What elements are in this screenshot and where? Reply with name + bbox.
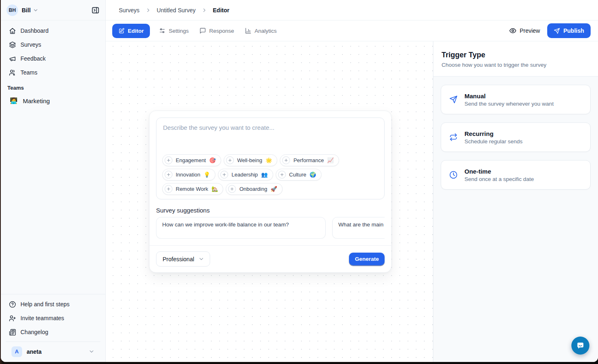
topic-chip-engagement[interactable]: Engagement 🎯 [162, 154, 221, 166]
user-name: aneta [27, 348, 42, 355]
panel-title: Trigger Type [442, 51, 590, 59]
tab-response[interactable]: Response [199, 27, 234, 34]
sidebar-item-help[interactable]: Help and first steps [6, 297, 100, 311]
breadcrumb-surveys[interactable]: Surveys [119, 7, 140, 14]
sidebar-item-label: Surveys [20, 41, 41, 48]
teams-section-label: Teams [7, 85, 104, 91]
house-emoji-icon: 🏡 [211, 186, 218, 192]
workspace-header: BH Bill [1, 0, 105, 20]
eye-icon [509, 27, 516, 34]
plus-circle-icon [228, 185, 236, 193]
generate-button[interactable]: Generate [349, 253, 385, 265]
chevron-right-icon [145, 7, 151, 13]
user-menu[interactable]: A aneta [8, 342, 98, 361]
editor-canvas[interactable]: Describe the survey you want to create..… [106, 41, 433, 362]
topic-chips: Engagement 🎯 Well-being 🌟 Performance 📈 [162, 154, 378, 195]
rocket-emoji-icon: 🚀 [270, 186, 277, 192]
collapse-sidebar-icon[interactable] [91, 6, 100, 14]
breadcrumb: Surveys Untitled Survey Editor [106, 0, 598, 20]
plus-circle-icon [165, 185, 172, 193]
app-window: BH Bill Dashboard Surveys [1, 0, 598, 362]
topic-chip-leadership[interactable]: Leadership 👥 [218, 169, 273, 181]
trigger-option-one-time[interactable]: One-time Send once at a specific date [441, 160, 591, 190]
breadcrumb-editor: Editor [213, 7, 229, 14]
users-icon [9, 69, 16, 76]
suggestion-card[interactable]: How can we improve work-life balance in … [156, 217, 326, 239]
trigger-option-manual[interactable]: Manual Send the survey whenever you want [441, 85, 591, 114]
sidebar-item-label: Help and first steps [20, 301, 70, 307]
sidebar-item-surveys[interactable]: Surveys [6, 38, 100, 52]
bar-chart-icon [245, 27, 251, 34]
send-icon [449, 95, 458, 104]
sidebar-item-label: Teams [20, 69, 37, 76]
chip-label: Onboarding [239, 186, 267, 192]
topic-chip-performance[interactable]: Performance 📈 [280, 154, 339, 166]
tab-label: Analytics [255, 28, 277, 34]
workspace-name[interactable]: Bill [22, 7, 31, 14]
plus-circle-icon [226, 156, 234, 164]
sidebar-item-changelog[interactable]: Changelog [6, 325, 100, 339]
generator-footer: Professional Generate [150, 245, 391, 272]
plus-circle-icon [165, 156, 172, 164]
topic-chip-culture[interactable]: Culture 🌍 [276, 169, 322, 181]
sidebar-footer: Help and first steps Invite teammates Ch… [1, 294, 105, 362]
sidebar-item-dashboard[interactable]: Dashboard [6, 24, 100, 38]
sidebar-item-label: Dashboard [20, 27, 49, 34]
home-icon [9, 27, 16, 34]
sidebar-item-label: Changelog [20, 329, 48, 335]
survey-generator-card: Describe the survey you want to create..… [149, 111, 392, 273]
trigger-type-panel: Trigger Type Choose how you want to trig… [433, 41, 598, 362]
sidebar-nav: Dashboard Surveys Feedback Teams [1, 20, 105, 79]
trigger-panel-header: Trigger Type Choose how you want to trig… [433, 41, 598, 77]
trigger-option-title: Manual [464, 93, 554, 99]
trigger-option-recurring[interactable]: Recurring Schedule regular sends [441, 122, 591, 152]
sidebar-item-label: Feedback [20, 55, 45, 62]
chat-launcher-button[interactable] [571, 337, 589, 355]
sidebar-item-invite[interactable]: Invite teammates [6, 311, 100, 325]
trigger-option-text: One-time Send once at a specific date [464, 168, 534, 182]
suggestion-card[interactable]: What are the main obstacles to productiv… [332, 217, 385, 239]
trigger-panel-body: Manual Send the survey whenever you want… [433, 77, 598, 206]
topic-chip-innovation[interactable]: Innovation 💡 [162, 169, 215, 181]
topic-chip-well-being[interactable]: Well-being 🌟 [224, 154, 277, 166]
sidebar-item-teams[interactable]: Teams [6, 66, 100, 79]
repeat-icon [449, 133, 458, 141]
sidebar-spacer [1, 108, 105, 294]
breadcrumb-untitled-survey[interactable]: Untitled Survey [157, 7, 196, 14]
sidebar: BH Bill Dashboard Surveys [1, 0, 106, 362]
trigger-option-title: Recurring [464, 130, 523, 137]
tone-value: Professional [163, 256, 194, 262]
survey-prompt-input[interactable]: Describe the survey you want to create..… [156, 118, 385, 199]
sidebar-item-marketing[interactable]: 🧑‍💻 Marketing [6, 94, 100, 108]
chevron-down-icon[interactable] [33, 7, 39, 13]
sidebar-item-feedback[interactable]: Feedback [6, 52, 100, 66]
chip-label: Leadership [231, 172, 258, 178]
prompt-placeholder: Describe the survey you want to create..… [163, 124, 378, 131]
tab-label: Settings [169, 28, 189, 34]
plus-circle-icon [278, 171, 286, 179]
target-emoji-icon: 🎯 [209, 157, 216, 163]
chip-label: Well-being [237, 157, 262, 163]
publish-button[interactable]: Publish [547, 23, 591, 38]
globe-emoji-icon: 🌍 [310, 172, 316, 178]
preview-button[interactable]: Preview [509, 27, 540, 34]
suggestions-row: How can we improve work-life balance in … [156, 217, 385, 239]
tab-editor[interactable]: Editor [112, 24, 150, 38]
preview-label: Preview [520, 27, 540, 34]
tab-analytics[interactable]: Analytics [245, 27, 277, 34]
tone-select[interactable]: Professional [156, 251, 210, 267]
trigger-option-description: Schedule regular sends [464, 138, 523, 145]
send-icon [554, 28, 560, 34]
chart-emoji-icon: 📈 [327, 157, 334, 163]
topic-chip-onboarding[interactable]: Onboarding 🚀 [226, 183, 282, 195]
clock-icon [449, 171, 458, 179]
chip-label: Culture [289, 172, 306, 178]
tab-label: Editor [128, 28, 144, 34]
trigger-option-text: Recurring Schedule regular sends [464, 130, 523, 145]
topic-chip-remote-work[interactable]: Remote Work 🏡 [162, 183, 223, 195]
workspace-avatar: BH [7, 5, 18, 16]
chevron-down-icon [198, 256, 204, 262]
trigger-option-text: Manual Send the survey whenever you want [464, 93, 554, 107]
tab-settings[interactable]: Settings [159, 27, 189, 34]
user-plus-icon [9, 315, 16, 322]
